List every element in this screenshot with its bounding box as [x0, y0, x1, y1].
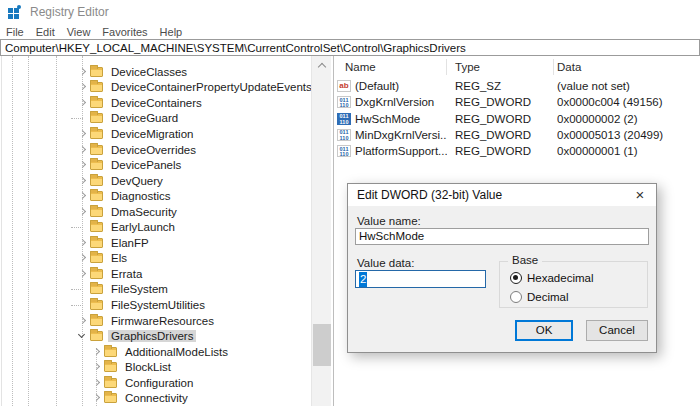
column-header-type[interactable]: Type	[455, 58, 480, 76]
tree-item-DeviceContainerPropertyUpdateEvents[interactable]: DeviceContainerPropertyUpdateEvents	[0, 80, 312, 96]
tree-item-DeviceClasses[interactable]: DeviceClasses	[0, 64, 312, 80]
reg-dword-icon: 011110	[337, 145, 351, 157]
tree-item-label: AdditionalModeLists	[122, 346, 231, 358]
tree-scrollbar[interactable]	[311, 56, 331, 406]
tree-item-label: DeviceClasses	[108, 66, 190, 78]
tree-item-FileSystem[interactable]: FileSystem	[0, 282, 312, 298]
tree-item-EarlyLaunch[interactable]: EarlyLaunch	[0, 219, 312, 235]
reg-dword-icon: 011110	[337, 113, 351, 125]
tree-item-label: DevQuery	[108, 175, 166, 187]
tree-item-FileSystemUtilities[interactable]: FileSystemUtilities	[0, 297, 312, 313]
folder-icon	[90, 300, 103, 310]
chevron-down-icon[interactable]	[76, 330, 90, 342]
scrollbar-thumb[interactable]	[313, 324, 331, 366]
tree-item-GraphicsDrivers[interactable]: GraphicsDrivers	[0, 328, 312, 344]
value-name-input[interactable]: HwSchMode	[355, 228, 649, 245]
value-type: REG_SZ	[455, 78, 553, 94]
value-name: MinDxgKrnlVersi...	[355, 127, 447, 143]
folder-icon	[90, 82, 103, 92]
value-name-text: HwSchMode	[359, 229, 424, 244]
tree-item-Connectivity[interactable]: Connectivity	[0, 390, 312, 406]
tree-item-label: DeviceContainers	[108, 97, 205, 109]
menu-item-edit[interactable]: Edit	[30, 25, 61, 39]
tree-item-label: Diagnostics	[108, 190, 173, 202]
chevron-right-icon[interactable]	[76, 237, 90, 249]
dialog-title: Edit DWORD (32-bit) Value	[357, 184, 502, 206]
value-row-platformsupport[interactable]: 011110PlatformSupport...REG_DWORD0x00000…	[336, 143, 700, 159]
pane-divider[interactable]	[333, 56, 334, 406]
value-row-hwschmode[interactable]: 011110HwSchModeREG_DWORD0x00000002 (2)	[336, 111, 700, 127]
chevron-right-icon[interactable]	[76, 159, 90, 171]
folder-icon	[90, 222, 103, 232]
cancel-button[interactable]: Cancel	[586, 320, 648, 341]
scroll-up-icon[interactable]	[312, 58, 332, 72]
chevron-right-icon[interactable]	[76, 66, 90, 78]
address-input[interactable]	[0, 39, 700, 56]
tree-item-label: Els	[108, 252, 130, 264]
folder-icon	[90, 160, 103, 170]
tree-item-Errata[interactable]: Errata	[0, 266, 312, 282]
radio-decimal[interactable]: Decimal	[510, 291, 569, 303]
tree-item-BlockList[interactable]: BlockList	[0, 359, 312, 375]
tree-item-DeviceContainers[interactable]: DeviceContainers	[0, 95, 312, 111]
value-data-input[interactable]: 2	[355, 270, 486, 288]
tree-item-Els[interactable]: Els	[0, 251, 312, 267]
value-name: (Default)	[355, 78, 447, 94]
radio-button-icon[interactable]	[510, 272, 522, 284]
tree-item-label: ElanFP	[108, 237, 152, 249]
value-row-mindxgkrnlversi[interactable]: 011110MinDxgKrnlVersi...REG_DWORD0x00005…	[336, 127, 700, 143]
chevron-right-icon[interactable]	[90, 377, 104, 389]
chevron-right-icon[interactable]	[76, 175, 90, 187]
chevron-right-icon[interactable]	[90, 346, 104, 358]
radio-hexadecimal-label: Hexadecimal	[527, 272, 593, 284]
value-row-dxgkrnlversion[interactable]: 011110DxgKrnlVersionREG_DWORD0x0000c004 …	[336, 94, 700, 110]
tree-item-DmaSecurity[interactable]: DmaSecurity	[0, 204, 312, 220]
tree-item-DeviceGuard[interactable]: DeviceGuard	[0, 111, 312, 127]
column-separator[interactable]	[553, 59, 554, 75]
tree-item-FirmwareResources[interactable]: FirmwareResources	[0, 313, 312, 329]
chevron-right-icon[interactable]	[76, 206, 90, 218]
reg-dword-icon: 011110	[337, 129, 351, 141]
chevron-right-icon[interactable]	[76, 81, 90, 93]
folder-icon	[104, 378, 117, 388]
value-type: REG_DWORD	[455, 94, 553, 110]
menu-item-file[interactable]: File	[0, 25, 30, 39]
column-separator[interactable]	[446, 59, 447, 75]
tree-item-label: FileSystem	[108, 283, 171, 295]
tree-item-Diagnostics[interactable]: Diagnostics	[0, 188, 312, 204]
tree-item-DeviceOverrides[interactable]: DeviceOverrides	[0, 142, 312, 158]
column-header-data[interactable]: Data	[557, 58, 581, 76]
menu-item-help[interactable]: Help	[154, 25, 189, 39]
registry-app-icon	[8, 5, 22, 19]
folder-icon	[90, 145, 103, 155]
ok-button[interactable]: OK	[515, 320, 573, 341]
chevron-right-icon[interactable]	[90, 392, 104, 404]
tree-item-ElanFP[interactable]: ElanFP	[0, 235, 312, 251]
column-header-name[interactable]: Name	[345, 58, 376, 76]
tree-item-label: Errata	[108, 268, 145, 280]
value-type: REG_DWORD	[455, 127, 553, 143]
close-icon[interactable]: ×	[628, 184, 652, 206]
tree-item-DevQuery[interactable]: DevQuery	[0, 173, 312, 189]
menu-item-favorites[interactable]: Favorites	[96, 25, 153, 39]
value-row-default[interactable]: ab(Default)REG_SZ(value not set)	[336, 78, 700, 94]
tree-item-Configuration[interactable]: Configuration	[0, 375, 312, 391]
chevron-right-icon[interactable]	[76, 315, 90, 327]
menu-item-view[interactable]: View	[61, 25, 97, 39]
chevron-right-icon[interactable]	[76, 190, 90, 202]
tree-item-DevicePanels[interactable]: DevicePanels	[0, 157, 312, 173]
value-name: DxgKrnlVersion	[355, 94, 447, 110]
folder-icon	[90, 176, 103, 186]
folder-icon	[90, 331, 103, 341]
chevron-right-icon[interactable]	[76, 128, 90, 140]
base-group-label: Base	[508, 254, 542, 266]
chevron-right-icon[interactable]	[90, 361, 104, 373]
tree-item-DeviceMigration[interactable]: DeviceMigration	[0, 126, 312, 142]
chevron-right-icon[interactable]	[76, 252, 90, 264]
chevron-right-icon[interactable]	[76, 268, 90, 280]
tree-item-AdditionalModeLists[interactable]: AdditionalModeLists	[0, 344, 312, 360]
chevron-right-icon[interactable]	[76, 144, 90, 156]
chevron-right-icon[interactable]	[76, 97, 90, 109]
radio-hexadecimal[interactable]: Hexadecimal	[510, 272, 593, 284]
radio-button-icon[interactable]	[510, 291, 522, 303]
